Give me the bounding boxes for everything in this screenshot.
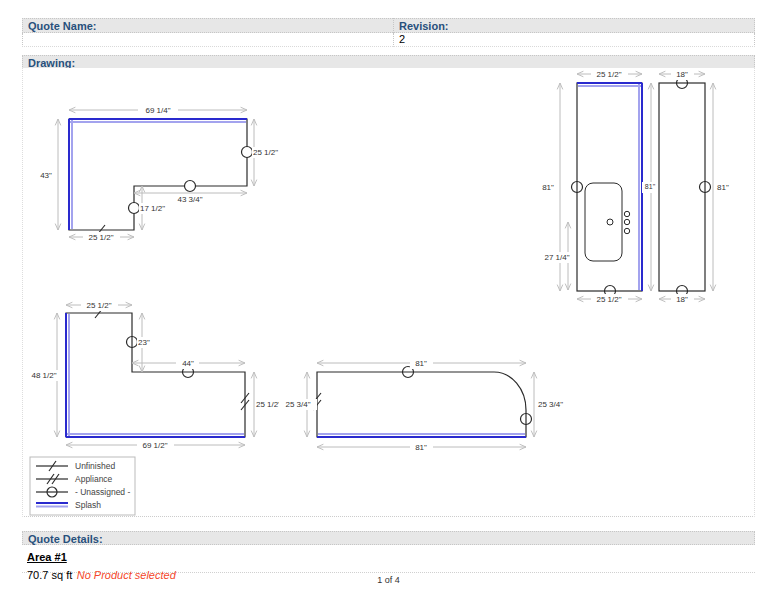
- dimension-label: 23": [138, 338, 150, 347]
- dimension-label: 25 1/2": [256, 400, 281, 409]
- drain-hole: [607, 219, 613, 225]
- revision-label: Revision:: [399, 20, 449, 32]
- faucet-hole: [624, 228, 629, 233]
- dimension-label: 48 1/2": [31, 371, 56, 380]
- quote-name-header: Quote Name:: [22, 18, 393, 33]
- dimension-label: 44": [182, 359, 194, 368]
- dimension-label: 69 1/4": [145, 106, 170, 115]
- unassigned-edge-marker: [185, 181, 196, 192]
- quote-report-page: Quote Name: Revision: 2 Drawing:: [0, 0, 777, 596]
- revision-value: 2: [393, 33, 755, 47]
- dimension-label: 25 1/2": [88, 233, 113, 242]
- quote-name-value: [22, 33, 393, 47]
- page-indicator: 1 of 4: [0, 575, 777, 585]
- countertop-piece-3: 81" 25 3/4" 25 3/4" 81": [279, 358, 575, 453]
- quote-details-header: Quote Details:: [22, 531, 755, 545]
- quote-name-label: Quote Name:: [28, 20, 96, 32]
- unassigned-edge-marker: [129, 203, 140, 214]
- quote-details-title: Quote Details:: [28, 533, 103, 545]
- dimension-label: 18": [676, 295, 688, 304]
- quote-details-body: Area #1 70.7 sq ft No Product selected: [22, 546, 755, 573]
- dimension-label: 81": [717, 183, 729, 192]
- dimension-label: 69 1/2": [142, 441, 167, 450]
- countertop-piece-1: 69 1/4" 43" 25 1/2" 43 3/4" 17 1/2" 25 1…: [35, 105, 289, 243]
- dimension-label: 25 1/2": [596, 70, 621, 79]
- faucet-hole: [624, 219, 629, 224]
- dimension-label: 25 3/4": [285, 400, 310, 409]
- edge-legend: Unfinished Appliance - Unassigned - Spla…: [30, 457, 135, 515]
- drawing-canvas: 69 1/4" 43" 25 1/2" 43 3/4" 17 1/2" 25 1…: [22, 68, 755, 517]
- legend-label: Appliance: [75, 474, 113, 484]
- dimension-label: 43 3/4": [177, 195, 202, 204]
- unassigned-edge-marker: [242, 147, 253, 158]
- countertop-piece-4: 25 1/2" 81" 27 1/4" 81" 25 1/2": [538, 69, 659, 305]
- faucet-hole: [624, 211, 629, 216]
- dimension-label: 17 1/2": [140, 204, 165, 213]
- legend-label: Splash: [75, 500, 101, 510]
- area-link[interactable]: Area #1: [27, 551, 67, 563]
- dimension-label: 81": [415, 443, 427, 452]
- countertop-piece-2: 25 1/2" 48 1/2" 23" 44" 25 1/2" 69 1/2": [26, 300, 292, 451]
- dimension-label: 25 1/2": [596, 295, 621, 304]
- legend-label: Unfinished: [75, 461, 115, 471]
- dimension-label: 25 1/2": [253, 148, 278, 157]
- drawing-section-header: Drawing:: [22, 55, 755, 69]
- dimension-label: 25 1/2": [86, 301, 111, 310]
- legend-label: - Unassigned -: [75, 487, 130, 497]
- dimension-label: 81": [415, 359, 427, 368]
- dimension-label: 81": [542, 183, 554, 192]
- dimension-label: 18": [676, 70, 688, 79]
- dimension-label: 43": [40, 171, 52, 180]
- countertop-piece-5: 18" 81" 18": [659, 69, 738, 305]
- sink-cutout: [585, 183, 622, 261]
- dimension-label: 81": [645, 183, 656, 190]
- revision-header: Revision:: [393, 18, 755, 33]
- countertop-drawing: 69 1/4" 43" 25 1/2" 43 3/4" 17 1/2" 25 1…: [23, 68, 754, 516]
- dimension-label: 25 3/4": [538, 400, 563, 409]
- dimension-label: 27 1/4": [544, 253, 569, 262]
